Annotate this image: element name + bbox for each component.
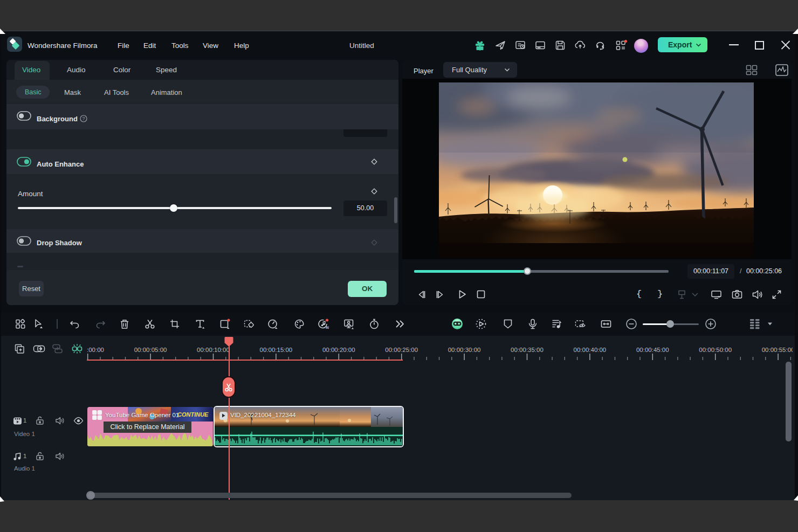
svg-text:00:00:45:00: 00:00:45:00 bbox=[636, 347, 669, 353]
svg-text:00:00:15:00: 00:00:15:00 bbox=[260, 347, 293, 353]
svg-text:00:00:40:00: 00:00:40:00 bbox=[574, 347, 607, 353]
svg-text:00:00:55:00: 00:00:55:00 bbox=[762, 347, 793, 353]
svg-text:AI: AI bbox=[326, 326, 329, 329]
svg-text:00:00:10:00: 00:00:10:00 bbox=[197, 347, 230, 353]
svg-text:00:00:05:00: 00:00:05:00 bbox=[134, 347, 167, 353]
svg-text:?: ? bbox=[82, 116, 85, 121]
svg-text:00:00:30:00: 00:00:30:00 bbox=[448, 347, 481, 353]
svg-text::00:00: :00:00 bbox=[87, 347, 104, 353]
svg-text:CONTINUE: CONTINUE bbox=[177, 411, 209, 418]
svg-text:00:00:20:00: 00:00:20:00 bbox=[322, 347, 355, 353]
svg-text:00:00:35:00: 00:00:35:00 bbox=[511, 347, 544, 353]
svg-text:00:00:25:00: 00:00:25:00 bbox=[385, 347, 418, 353]
svg-text:00:00:50:00: 00:00:50:00 bbox=[699, 347, 732, 353]
